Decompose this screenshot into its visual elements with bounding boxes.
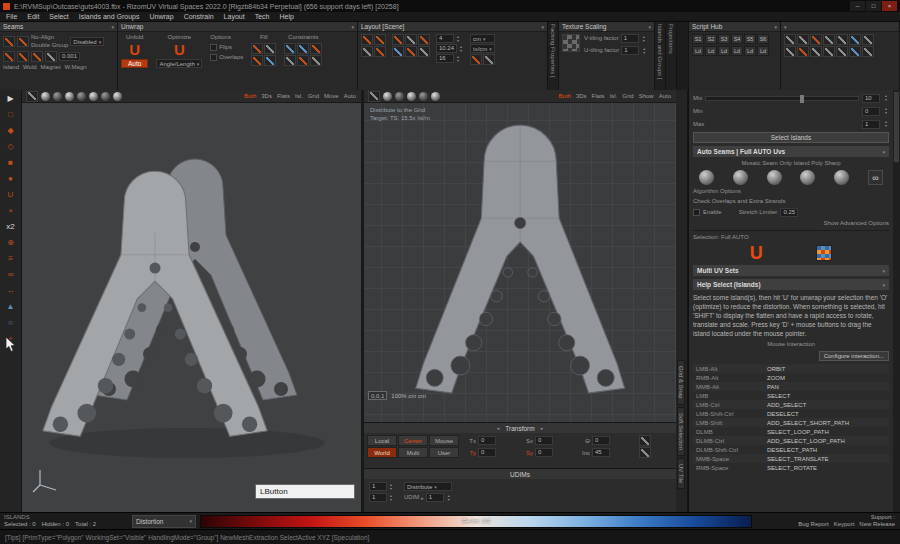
tx-field[interactable]: 0 <box>478 436 496 445</box>
texture-sphere-icon[interactable] <box>89 92 98 101</box>
soft-selection-tab[interactable]: Soft Selection <box>677 407 685 456</box>
collapse-icon[interactable]: ▾ <box>541 24 544 30</box>
menu-item-select[interactable]: Select <box>49 13 68 20</box>
overlaps-checkbox[interactable] <box>210 54 217 61</box>
sx-field[interactable]: 0 <box>535 436 553 445</box>
island-sphere-icon[interactable] <box>767 170 782 185</box>
quick-slot-icon[interactable] <box>836 46 848 57</box>
fill-all-icon[interactable] <box>264 43 276 54</box>
udim-u-field[interactable]: 1 <box>369 482 387 491</box>
texel-checker-icon[interactable] <box>562 34 580 52</box>
pack-icon[interactable] <box>361 34 373 45</box>
checker-sphere-icon[interactable] <box>65 92 74 101</box>
view-auto-button[interactable]: Auto <box>343 93 357 99</box>
view-move-button[interactable]: Move <box>323 93 340 99</box>
bug-report-link[interactable]: Bug Report <box>798 521 828 528</box>
sy-field[interactable]: 0 <box>535 448 553 457</box>
circle-tool-icon[interactable]: ○ <box>3 316 18 329</box>
arrow-left-icon[interactable]: ◂ <box>497 425 500 431</box>
view-auto-button[interactable]: Auto <box>658 93 672 99</box>
apply-transform-icon[interactable] <box>639 447 651 458</box>
script-slot-3[interactable]: S3 <box>718 34 730 44</box>
select-tool-icon[interactable]: ▶ <box>3 92 18 105</box>
distortion-sphere-icon[interactable] <box>419 92 428 101</box>
mosaic-pack-icon[interactable] <box>816 245 832 261</box>
density-unit-select[interactable]: tx/cm▾ <box>470 44 495 53</box>
collapse-icon[interactable]: ▾ <box>882 282 885 288</box>
vertex-mode-icon[interactable]: ◆ <box>3 124 18 137</box>
distortion-sphere-icon[interactable] <box>77 92 86 101</box>
menu-item-unwrap[interactable]: Unwrap <box>150 13 174 20</box>
close-button[interactable]: × <box>882 1 897 11</box>
collapse-icon[interactable]: ▾ <box>111 24 114 30</box>
view-isl-button[interactable]: Isl. <box>609 93 619 99</box>
quick-slot-icon[interactable] <box>784 46 796 57</box>
min-field[interactable]: 0 <box>862 107 880 116</box>
view-isl-button[interactable]: Isl. <box>294 93 304 99</box>
select-islands-button[interactable]: Select Islands <box>693 132 889 143</box>
collapse-icon[interactable]: ▾ <box>648 24 651 30</box>
seam-only-sphere-icon[interactable] <box>733 170 748 185</box>
viewport-uv[interactable]: Both 3Ds Flats Isl. Grid Show Auto Distr… <box>364 90 676 422</box>
menu-item-tech[interactable]: Tech <box>255 13 270 20</box>
script-slot-1[interactable]: S1 <box>692 34 704 44</box>
scrollbar-thumb[interactable] <box>894 92 899 162</box>
pin-icon[interactable] <box>251 55 263 66</box>
constraint-lock-icon[interactable] <box>310 55 322 66</box>
v-tiling-field[interactable]: 1 <box>621 34 639 43</box>
arrow-right-icon[interactable]: ▸ <box>541 425 544 431</box>
stack-tool-icon[interactable]: ≡ <box>3 252 18 265</box>
collapse-icon[interactable]: ▾ <box>882 268 885 274</box>
optimize-icon[interactable]: U <box>174 43 185 57</box>
script-load-5[interactable]: Ld <box>744 46 756 56</box>
poly-sphere-icon[interactable] <box>800 170 815 185</box>
view-3ds-button[interactable]: 3Ds <box>260 93 273 99</box>
flips-checkbox[interactable] <box>210 44 217 51</box>
pivot-user-button[interactable]: User <box>429 447 459 458</box>
quick-slot-icon[interactable] <box>836 34 848 45</box>
cut-tool-icon[interactable]: × <box>3 204 18 217</box>
view-both-button[interactable]: Both <box>558 93 572 99</box>
seam-island-icon[interactable] <box>3 51 15 62</box>
wireframe-sphere-icon[interactable] <box>53 92 62 101</box>
view-grid-button[interactable]: Grid <box>307 93 320 99</box>
script-load-2[interactable]: Ld <box>705 46 717 56</box>
link-icon[interactable]: ∞ <box>868 170 883 185</box>
lock-td-icon[interactable] <box>470 54 482 65</box>
stretch-limiter-field[interactable]: 0.25 <box>780 208 798 217</box>
pack-group-icon[interactable] <box>361 46 373 57</box>
shaded-sphere-icon[interactable] <box>41 92 50 101</box>
collapse-icon[interactable]: ▾ <box>784 24 787 30</box>
menu-item-layout[interactable]: Layout <box>224 13 245 20</box>
configure-interaction-button[interactable]: Configure interaction... <box>819 351 889 361</box>
u-tiling-field[interactable]: 1 <box>621 46 639 55</box>
islands-and-groups-tab[interactable]: Islands and Groups [ <box>655 22 666 90</box>
scrollbar[interactable] <box>893 90 900 512</box>
unfold-icon[interactable]: U <box>129 43 140 57</box>
angle-length-select[interactable]: Angle/Length▾ <box>156 59 202 68</box>
view-3ds-button[interactable]: 3Ds <box>575 93 588 99</box>
seam-weld-mode-icon[interactable] <box>17 51 29 62</box>
quick-slot-icon[interactable] <box>862 34 874 45</box>
pivot-world-button[interactable]: World <box>367 447 397 458</box>
unit-select[interactable]: cm▾ <box>470 34 495 43</box>
flat-sphere-icon[interactable] <box>113 92 122 101</box>
seams-sphere-icon[interactable] <box>101 92 110 101</box>
menu-item-file[interactable]: File <box>6 13 17 20</box>
quick-slot-icon[interactable] <box>823 46 835 57</box>
margin-field[interactable]: 4 <box>436 34 454 43</box>
distortion-gradient[interactable]: Re-Int: 1/3 <box>200 515 752 528</box>
quick-slot-icon[interactable] <box>797 34 809 45</box>
pivot-local-button[interactable]: Local <box>367 435 397 446</box>
quick-slot-icon[interactable] <box>849 34 861 45</box>
seams-mode-select[interactable]: Disabled▾ <box>70 37 104 46</box>
shaded-sphere-icon[interactable] <box>383 92 392 101</box>
mix-slider[interactable] <box>705 96 859 101</box>
collapse-icon[interactable]: ▾ <box>774 24 777 30</box>
viewport-3d[interactable]: Both 3Ds Flats Isl. Grid Move Auto <box>22 90 361 512</box>
udim-number-field[interactable]: 1 <box>426 493 444 502</box>
slider-thumb[interactable] <box>800 95 804 103</box>
wireframe-sphere-icon[interactable] <box>395 92 404 101</box>
keyport-link[interactable]: Keyport <box>834 521 855 528</box>
distortion-mode-select[interactable]: Distortion ▾ <box>132 515 196 528</box>
